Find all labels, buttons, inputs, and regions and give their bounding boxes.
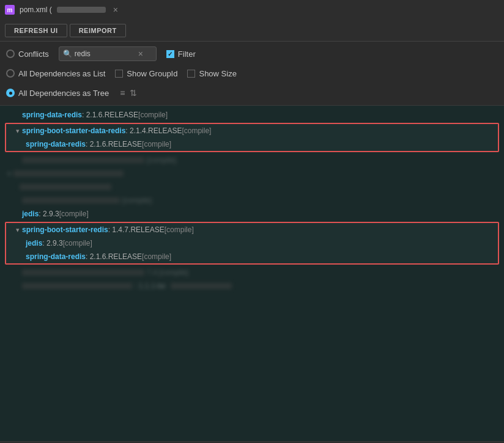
list-item: spring-data-redis : 2.1.6.RELEASE [compi… [6,250,498,263]
list-item: spring-data-redis : 2.1.6.RELEASE [compi… [6,137,498,151]
highlighted-group-2: ▾ spring-boot-starter-redis : 1.4.7.RELE… [5,222,499,265]
highlighted-group-1: ▾ spring-boot-starter-data-redis : 2.1.4… [5,123,499,152]
refresh-ui-button[interactable]: REFRESH UI [5,24,67,37]
show-groupid-box [115,70,123,78]
filter-row-1: Conflicts 🔍 × Filter [6,45,498,62]
title-path [57,7,106,13]
show-size-box [187,70,195,78]
list-item: ▾ spring-boot-starter-data-redis : 2.1.4… [6,124,498,137]
all-deps-list-label: All Dependencies as List [18,69,105,78]
app-icon: m [5,5,15,15]
filter-checkbox-box [166,50,174,58]
list-item: [compile] [0,153,504,167]
filter-bar: Conflicts 🔍 × Filter All Dependencies as… [0,42,504,106]
reimport-button[interactable]: REIMPORT [70,24,126,37]
all-deps-list-radio[interactable]: All Dependencies as List [6,69,105,78]
filter-checkbox[interactable]: Filter [166,49,196,59]
title-bar: m pom.xml ( × [0,0,504,20]
list-item [0,180,504,194]
search-clear-button[interactable]: × [138,49,143,59]
search-box: 🔍 × [59,46,157,61]
expand-all-icon[interactable]: ⇅ [128,87,138,99]
all-deps-list-circle [6,69,15,78]
show-size-checkbox[interactable]: Show Size [187,69,236,78]
tree-control-icons: ≡ ⇅ [119,87,138,99]
all-deps-tree-circle [6,89,15,97]
toolbar: REFRESH UI REIMPORT [0,20,504,42]
filter-row-3: All Dependencies as Tree ≡ ⇅ [6,84,498,101]
show-groupid-checkbox[interactable]: Show GroupId [115,69,177,78]
list-item: : 1.1.1-be [0,279,504,293]
all-deps-tree-radio[interactable]: All Dependencies as Tree [6,89,109,98]
conflicts-label: Conflicts [18,49,49,59]
collapse-all-icon[interactable]: ≡ [119,87,126,99]
list-item: jedis : 2.9.3 [compile] [0,207,504,221]
list-item: [compile] [0,194,504,207]
list-item: jedis : 2.9.3 [compile] [6,236,498,250]
dependency-tree[interactable]: spring-data-redis : 2.1.6.RELEASE [compi… [0,106,504,441]
conflicts-radio[interactable]: Conflicts [6,49,49,59]
search-input[interactable] [75,49,136,58]
search-icon: 🔍 [63,49,72,58]
conflicts-radio-circle [6,49,15,58]
filter-row-2: All Dependencies as List Show GroupId Sh… [6,65,498,82]
list-item: ▾ [0,167,504,180]
show-groupid-label: Show GroupId [127,69,177,78]
list-item: 7.4 [compile] [0,266,504,279]
list-item: ▾ spring-boot-starter-redis : 1.4.7.RELE… [6,223,498,236]
title-filename: pom.xml ( [20,5,52,14]
close-button[interactable]: × [113,5,118,15]
list-item: spring-data-redis : 2.1.6.RELEASE [compi… [0,108,504,122]
all-deps-tree-label: All Dependencies as Tree [18,89,109,98]
show-size-label: Show Size [199,69,236,78]
filter-label: Filter [178,49,196,59]
